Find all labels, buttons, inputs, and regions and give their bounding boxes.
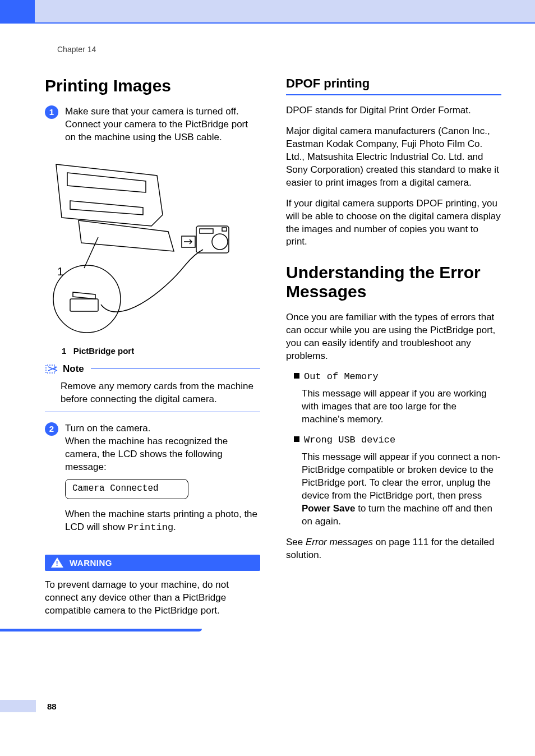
warning-label: WARNING	[70, 558, 112, 568]
step-2-line2: When the machine has recognized the came…	[65, 436, 228, 472]
note-header: Note	[45, 363, 260, 375]
header-tab	[0, 0, 35, 24]
step-2-text: Turn on the camera. When the machine has…	[65, 422, 260, 546]
note-body: Remove any memory cards from the machine…	[45, 377, 260, 412]
bullet-icon	[294, 436, 299, 442]
bullet-icon	[294, 373, 299, 379]
page-number-tab	[0, 700, 36, 712]
note-label: Note	[63, 363, 84, 375]
lcd-display: Camera Connected	[65, 479, 188, 499]
error-name-1: Out of Memory	[304, 371, 379, 382]
error-desc-2-prefix: This message will appear if you connect …	[302, 451, 500, 501]
section-end-rule	[0, 629, 202, 631]
see-prefix: See	[286, 537, 306, 547]
svg-rect-5	[222, 228, 227, 231]
dpof-p1: DPOF stands for Digital Print Order Form…	[286, 104, 501, 117]
error-desc-1: This message will appear if you are work…	[302, 388, 501, 426]
section-end-rule-wrap	[0, 629, 260, 631]
note-rule	[91, 368, 260, 369]
svg-rect-7	[70, 299, 98, 311]
note-icon	[45, 364, 59, 374]
step-1: 1 Make sure that your camera is turned o…	[45, 105, 260, 144]
page-number: 88	[47, 702, 57, 711]
printer-camera-illustration: 1	[45, 153, 230, 338]
svg-text:!: !	[56, 559, 59, 568]
page: Chapter 14 Printing Images 1 Make sure t…	[0, 0, 535, 756]
caption-text: PictBridge port	[73, 346, 134, 356]
content-columns: Printing Images 1 Make sure that your ca…	[0, 54, 535, 631]
heading-printing-images: Printing Images	[45, 76, 260, 95]
step-2-line1: Turn on the camera.	[65, 423, 150, 434]
figure-caption: 1 PictBridge port	[62, 346, 260, 356]
svg-rect-4	[200, 229, 213, 233]
right-column: DPOF printing DPOF stands for Digital Pr…	[286, 76, 501, 631]
header-band	[0, 0, 535, 24]
error-desc-2: This message will appear if you connect …	[302, 451, 501, 528]
step-2: 2 Turn on the camera. When the machine h…	[45, 422, 260, 546]
figure-printer-camera: 1	[45, 153, 230, 338]
see-italic: Error messages	[306, 537, 373, 547]
step-1-text: Make sure that your camera is turned off…	[65, 105, 260, 144]
warning-body: To prevent damage to your machine, do no…	[45, 579, 260, 617]
error-desc-2-bold: Power Save	[302, 503, 355, 514]
after-lcd-text: When the machine starts printing a photo…	[65, 508, 260, 534]
error-item-1: Out of Memory	[286, 371, 501, 382]
error-item-2: Wrong USB device	[286, 434, 501, 445]
warning-icon: !	[50, 557, 64, 568]
step-number-2: 2	[45, 422, 58, 436]
dpof-p2: Major digital camera manufacturers (Cano…	[286, 125, 501, 190]
figure-callout-number: 1	[57, 265, 63, 278]
svg-line-1	[84, 237, 98, 268]
after-lcd-suffix: .	[173, 522, 176, 532]
see-reference: See Error messages on page 111 for the d…	[286, 536, 501, 562]
dpof-p3: If your digital camera supports DPOF pri…	[286, 197, 501, 249]
step-number-1: 1	[45, 105, 58, 119]
left-column: Printing Images 1 Make sure that your ca…	[45, 76, 260, 631]
heading-error-messages: Understanding the Error Messages	[286, 263, 501, 301]
caption-num: 1	[62, 346, 66, 356]
err-intro: Once you are familiar with the types of …	[286, 311, 501, 363]
svg-point-3	[212, 234, 228, 250]
warning-header: ! WARNING	[45, 555, 260, 571]
chapter-label: Chapter 14	[57, 45, 535, 54]
heading-dpof: DPOF printing	[286, 76, 501, 95]
error-name-2: Wrong USB device	[304, 435, 395, 445]
after-lcd-code: Printing	[127, 522, 173, 533]
